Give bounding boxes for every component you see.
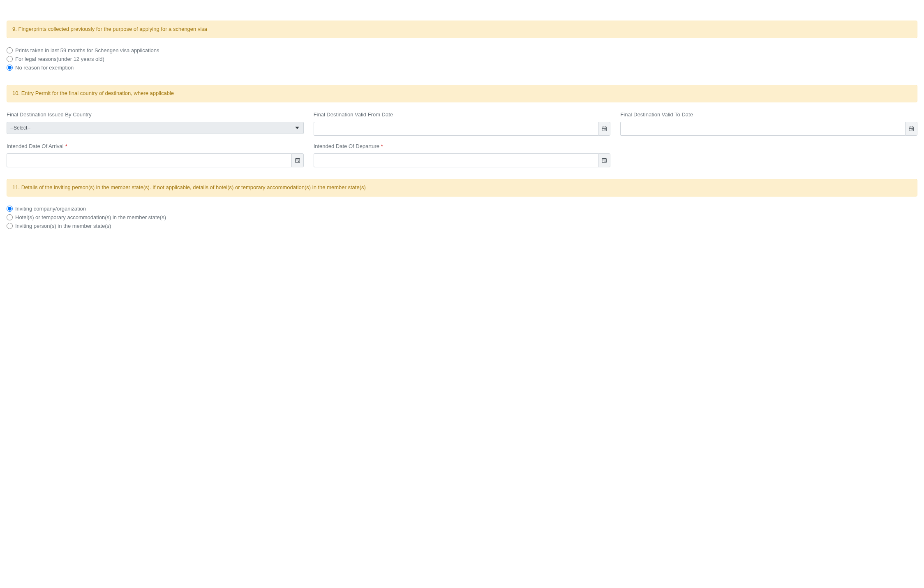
- field-label: Final Destination Valid To Date: [620, 111, 917, 118]
- radio-hotels[interactable]: [7, 214, 13, 220]
- section-10-header: 10. Entry Permit for the final country o…: [7, 85, 917, 102]
- valid-from-input[interactable]: [314, 122, 598, 136]
- label-text: Intended Date Of Arrival: [7, 143, 64, 149]
- radio-label[interactable]: No reason for exemption: [15, 65, 74, 71]
- radio-option-prints-taken: Prints taken in last 59 months for Schen…: [7, 47, 917, 53]
- section-11-header: 11. Details of the inviting person(s) in…: [7, 179, 917, 197]
- radio-option-inviting-company: Inviting company/organization: [7, 206, 917, 212]
- arrival-input[interactable]: [7, 153, 291, 167]
- section-9-header: 9. Fingerprints collected previously for…: [7, 21, 917, 38]
- field-label: Intended Date Of Departure *: [314, 143, 611, 149]
- calendar-icon: [908, 126, 914, 132]
- issued-by-country-select[interactable]: --Select--: [7, 122, 304, 134]
- field-departure: Intended Date Of Departure *: [314, 143, 611, 167]
- calendar-icon: [295, 157, 300, 163]
- field-valid-from: Final Destination Valid From Date: [314, 111, 611, 136]
- svg-rect-0: [602, 127, 607, 131]
- departure-input[interactable]: [314, 153, 598, 167]
- calendar-icon: [601, 126, 607, 132]
- valid-from-date-control: [314, 122, 611, 136]
- radio-option-inviting-person: Inviting person(s) in the member state(s…: [7, 223, 917, 229]
- svg-rect-5: [909, 127, 914, 131]
- radio-label[interactable]: Inviting company/organization: [15, 206, 86, 212]
- section-9-radio-group: Prints taken in last 59 months for Schen…: [7, 47, 917, 71]
- departure-date-control: [314, 153, 611, 167]
- required-mark: *: [65, 143, 67, 149]
- field-arrival: Intended Date Of Arrival *: [7, 143, 304, 167]
- field-label: Final Destination Issued By Country: [7, 111, 304, 118]
- radio-option-no-reason: No reason for exemption: [7, 65, 917, 71]
- svg-rect-15: [602, 158, 607, 162]
- radio-option-legal-reasons: For legal reasons(under 12 years old): [7, 56, 917, 62]
- valid-to-calendar-button[interactable]: [905, 122, 917, 136]
- radio-prints-taken[interactable]: [7, 47, 13, 53]
- arrival-calendar-button[interactable]: [291, 153, 304, 167]
- required-mark: *: [381, 143, 383, 149]
- field-valid-to: Final Destination Valid To Date: [620, 111, 917, 136]
- valid-to-date-control: [620, 122, 917, 136]
- valid-from-calendar-button[interactable]: [598, 122, 610, 136]
- valid-to-input[interactable]: [620, 122, 905, 136]
- radio-no-reason[interactable]: [7, 65, 13, 71]
- field-issued-by-country: Final Destination Issued By Country --Se…: [7, 111, 304, 136]
- radio-option-hotels: Hotel(s) or temporary accommodation(s) i…: [7, 214, 917, 220]
- field-label: Final Destination Valid From Date: [314, 111, 611, 118]
- calendar-icon: [601, 157, 607, 163]
- svg-rect-14: [298, 161, 299, 162]
- radio-inviting-company[interactable]: [7, 206, 13, 212]
- radio-label[interactable]: For legal reasons(under 12 years old): [15, 56, 104, 62]
- departure-calendar-button[interactable]: [598, 153, 610, 167]
- radio-label[interactable]: Prints taken in last 59 months for Schen…: [15, 47, 159, 53]
- section-10-form-grid: Final Destination Issued By Country --Se…: [7, 111, 917, 167]
- radio-legal-reasons[interactable]: [7, 56, 13, 62]
- radio-label[interactable]: Hotel(s) or temporary accommodation(s) i…: [15, 214, 166, 220]
- svg-rect-9: [912, 129, 912, 130]
- radio-label[interactable]: Inviting person(s) in the member state(s…: [15, 223, 111, 229]
- label-text: Intended Date Of Departure: [314, 143, 379, 149]
- arrival-date-control: [7, 153, 304, 167]
- svg-rect-10: [295, 158, 300, 162]
- section-11-radio-group: Inviting company/organization Hotel(s) o…: [7, 206, 917, 229]
- svg-rect-19: [605, 161, 605, 162]
- radio-inviting-person[interactable]: [7, 223, 13, 229]
- svg-rect-4: [605, 129, 605, 130]
- field-label: Intended Date Of Arrival *: [7, 143, 304, 149]
